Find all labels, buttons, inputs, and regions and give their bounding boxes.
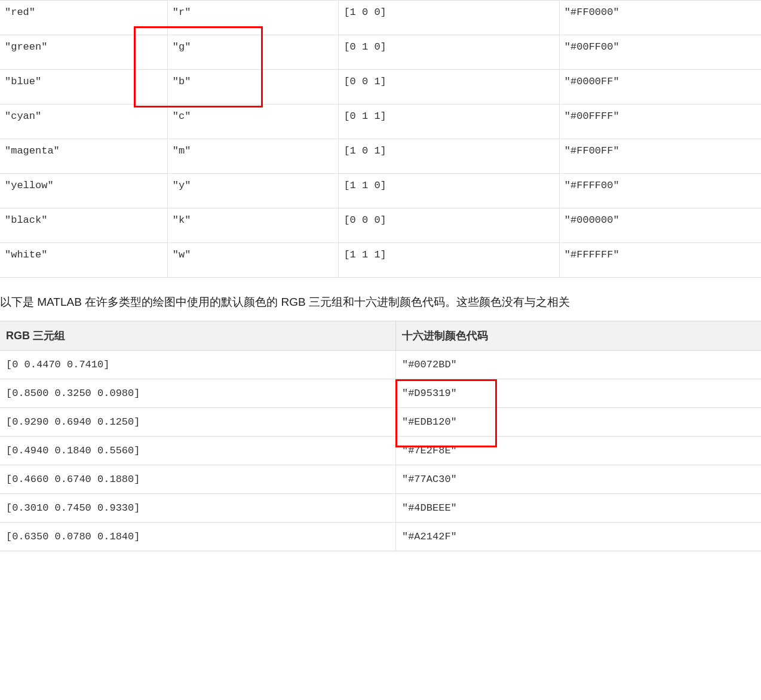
rgb-cell: [0.8500 0.3250 0.0980]: [0, 379, 395, 408]
color-name-cell: "red": [0, 1, 167, 35]
color-rgb-cell: [0 0 0]: [339, 208, 559, 243]
rgb-cell: [0.4940 0.1840 0.5560]: [0, 437, 395, 465]
color-rgb-cell: [0 1 0]: [339, 35, 559, 70]
color-rgb-cell: [1 0 1]: [339, 139, 559, 174]
color-name-cell: "green": [0, 35, 167, 70]
color-short-cell: "y": [167, 174, 339, 208]
column-header-hex: 十六进制颜色代码: [395, 321, 761, 351]
color-hex-cell: "#FF00FF": [559, 139, 761, 174]
color-short-cell: "g": [167, 35, 339, 70]
color-rgb-cell: [1 1 1]: [339, 243, 559, 278]
rgb-cell: [0 0.4470 0.7410]: [0, 351, 395, 379]
rgb-cell: [0.4660 0.6740 0.1880]: [0, 465, 395, 494]
table-row: "black""k"[0 0 0]"#000000": [0, 208, 761, 243]
color-hex-cell: "#0000FF": [559, 70, 761, 105]
description-text: 以下是 MATLAB 在许多类型的绘图中使用的默认颜色的 RGB 三元组和十六进…: [0, 294, 761, 310]
hex-cell: "#4DBEEE": [395, 494, 761, 523]
hex-cell: "#0072BD": [395, 351, 761, 379]
color-name-cell: "white": [0, 243, 167, 278]
column-header-rgb: RGB 三元组: [0, 321, 395, 351]
color-rgb-cell: [0 0 1]: [339, 70, 559, 105]
table-row: [0.8500 0.3250 0.0980]"#D95319": [0, 379, 761, 408]
color-short-cell: "k": [167, 208, 339, 243]
hex-cell: "#A2142F": [395, 523, 761, 551]
color-name-cell: "cyan": [0, 105, 167, 139]
table-row: [0.4940 0.1840 0.5560]"#7E2F8E": [0, 437, 761, 465]
color-hex-cell: "#FFFF00": [559, 174, 761, 208]
table-row: "cyan""c"[0 1 1]"#00FFFF": [0, 105, 761, 139]
table-row: [0.4660 0.6740 0.1880]"#77AC30": [0, 465, 761, 494]
color-hex-cell: "#00FFFF": [559, 105, 761, 139]
hex-cell: "#77AC30": [395, 465, 761, 494]
color-short-cell: "b": [167, 70, 339, 105]
color-name-cell: "magenta": [0, 139, 167, 174]
color-name-cell: "blue": [0, 70, 167, 105]
color-rgb-cell: [1 0 0]: [339, 1, 559, 35]
hex-cell: "#EDB120": [395, 408, 761, 437]
color-hex-cell: "#FF0000": [559, 1, 761, 35]
color-rgb-cell: [0 1 1]: [339, 105, 559, 139]
table-row: "green""g"[0 1 0]"#00FF00": [0, 35, 761, 70]
table-row: [0 0.4470 0.7410]"#0072BD": [0, 351, 761, 379]
table-row: "blue""b"[0 0 1]"#0000FF": [0, 70, 761, 105]
color-short-cell: "m": [167, 139, 339, 174]
table-row: "white""w"[1 1 1]"#FFFFFF": [0, 243, 761, 278]
color-hex-cell: "#00FF00": [559, 35, 761, 70]
hex-cell: "#D95319": [395, 379, 761, 408]
hex-cell: "#7E2F8E": [395, 437, 761, 465]
table-row: "magenta""m"[1 0 1]"#FF00FF": [0, 139, 761, 174]
color-short-cell: "r": [167, 1, 339, 35]
color-short-cell: "w": [167, 243, 339, 278]
color-hex-cell: "#FFFFFF": [559, 243, 761, 278]
table-row: [0.6350 0.0780 0.1840]"#A2142F": [0, 523, 761, 551]
rgb-cell: [0.3010 0.7450 0.9330]: [0, 494, 395, 523]
rgb-cell: [0.6350 0.0780 0.1840]: [0, 523, 395, 551]
named-colors-table: "red""r"[1 0 0]"#FF0000" "green""g"[0 1 …: [0, 0, 761, 278]
table-row: [0.9290 0.6940 0.1250]"#EDB120": [0, 408, 761, 437]
default-colors-table: RGB 三元组 十六进制颜色代码 [0 0.4470 0.7410]"#0072…: [0, 321, 761, 551]
color-name-cell: "black": [0, 208, 167, 243]
rgb-cell: [0.9290 0.6940 0.1250]: [0, 408, 395, 437]
table-row: [0.3010 0.7450 0.9330]"#4DBEEE": [0, 494, 761, 523]
color-short-cell: "c": [167, 105, 339, 139]
table-row: "red""r"[1 0 0]"#FF0000": [0, 1, 761, 35]
color-rgb-cell: [1 1 0]: [339, 174, 559, 208]
color-name-cell: "yellow": [0, 174, 167, 208]
color-hex-cell: "#000000": [559, 208, 761, 243]
table-row: "yellow""y"[1 1 0]"#FFFF00": [0, 174, 761, 208]
